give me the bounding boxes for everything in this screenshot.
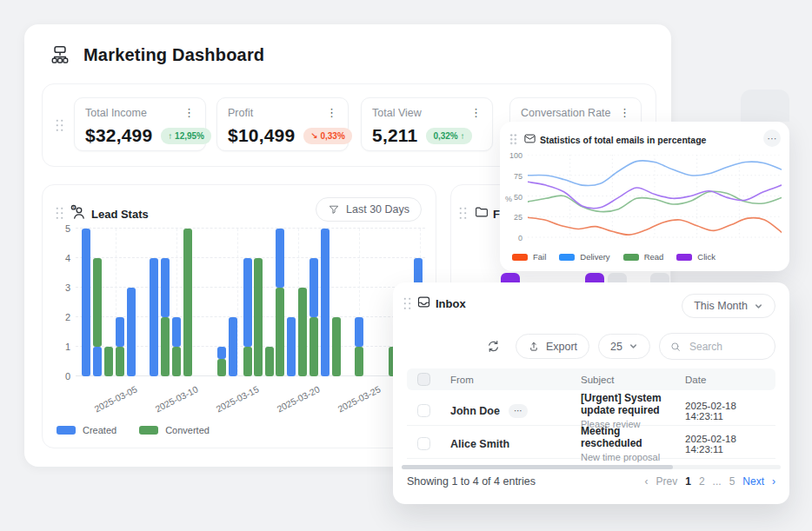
upload-icon [528, 341, 540, 353]
email-y-unit: % [505, 195, 512, 203]
email-legend: FailDeliveryReadClick [512, 252, 715, 262]
legend-item: Click [676, 252, 715, 262]
lead-bar-segment [254, 258, 263, 376]
stat-value: $32,499 [85, 125, 152, 146]
pagination-item[interactable]: Next [742, 475, 764, 488]
lead-bar-segment [276, 288, 284, 376]
email-date: 2025-02-18 14:23:11 [680, 401, 775, 421]
email-stats-card: Statistics of total emails in percentage… [500, 122, 789, 271]
drag-handle[interactable] [55, 118, 64, 132]
inbox-card: Inbox This Month Export 25 [393, 282, 789, 504]
lead-bar-segment [355, 347, 363, 376]
lead-user-icon: $ [70, 203, 88, 222]
stat-label: Conversation Rate [521, 107, 611, 119]
lead-bar-segment [217, 359, 226, 376]
pagination: ‹Prev12...5Next› [645, 475, 775, 488]
chevron-down-icon [629, 342, 638, 351]
stat-value: 5,211 [372, 125, 417, 146]
lead-bar-segment [355, 317, 363, 347]
lead-bar-segment [332, 317, 341, 376]
table-row[interactable]: Alice Smith Meeting rescheduled New time… [407, 425, 775, 459]
sitemap-icon [49, 43, 71, 66]
page-size-value: 25 [610, 341, 622, 353]
pagination-item[interactable]: 2 [699, 475, 705, 488]
lead-bar-segment [172, 347, 181, 376]
lead-bar-segment [243, 347, 252, 376]
legend-item: Delivery [559, 252, 609, 262]
lead-bar-segment [229, 317, 237, 376]
lead-y-axis: 012345 [48, 229, 70, 376]
export-label: Export [546, 341, 577, 353]
scrollbar-thumb[interactable] [402, 465, 673, 469]
pagination-item[interactable]: › [772, 475, 775, 488]
more-menu-button[interactable]: ⋯ [763, 129, 781, 147]
lead-bar-segment [93, 347, 102, 376]
row-checkbox[interactable] [417, 437, 430, 450]
lead-bar-segment [321, 229, 329, 376]
page-title: Marketing Dashboard [83, 45, 264, 65]
legend-item: Fail [512, 252, 546, 262]
background-card [741, 90, 789, 122]
drag-handle[interactable] [55, 206, 64, 220]
email-line-chart [528, 155, 782, 238]
search-input[interactable] [688, 340, 764, 354]
lead-stats-title: Lead Stats [91, 208, 149, 221]
drag-handle[interactable] [403, 296, 412, 310]
table-row[interactable]: John Doe ⋯ [Urgent] System update requir… [407, 392, 775, 426]
kebab-menu-icon[interactable]: ⋮ [619, 109, 630, 117]
stat-label: Profit [228, 107, 253, 119]
inbox-title: Inbox [436, 297, 466, 310]
pagination-item[interactable]: Prev [656, 475, 678, 488]
lead-legend: CreatedConverted [57, 425, 210, 435]
select-all-checkbox[interactable] [417, 373, 430, 386]
column-date: Date [680, 375, 775, 385]
lead-bar-segment [183, 229, 192, 376]
stat-card-total-view: Total View⋮ 5,2110,32% ↑ [361, 97, 493, 151]
lead-bar-segment [265, 347, 274, 376]
lead-bar-segment [127, 288, 136, 376]
inbox-toolbar: Export 25 [481, 333, 775, 360]
stat-card-total-income: Total Income⋮ $32,499↑ 12,95% [74, 97, 206, 151]
page-size-select[interactable]: 25 [598, 334, 650, 359]
drag-handle[interactable] [458, 206, 468, 220]
legend-item: Converted [139, 425, 210, 435]
kebab-menu-icon[interactable]: ⋮ [470, 109, 482, 117]
column-subject: Subject [576, 375, 680, 385]
kebab-menu-icon[interactable]: ⋮ [183, 109, 195, 117]
folder-icon [474, 204, 489, 220]
search-icon [669, 341, 682, 353]
date-filter-button[interactable]: Last 30 Days [316, 197, 422, 222]
lead-bar-segment [104, 347, 113, 376]
refresh-button[interactable] [481, 334, 507, 360]
trend-badge: 0,32% ↑ [426, 128, 471, 144]
export-button[interactable]: Export [516, 334, 589, 359]
lead-stats-card: $ Lead Stats Last 30 Days 012345 2025-03… [42, 184, 436, 448]
kebab-menu-icon[interactable]: ⋮ [326, 109, 337, 117]
pagination-item[interactable]: 1 [685, 475, 691, 488]
lead-stats-plot [76, 229, 425, 376]
lead-bar-segment [217, 347, 226, 359]
inbox-icon [416, 295, 431, 309]
email-subject: Meeting rescheduled [581, 425, 680, 449]
dashboard-header: Marketing Dashboard [49, 43, 264, 66]
pagination-item[interactable]: 5 [729, 475, 735, 488]
horizontal-scrollbar [402, 465, 781, 469]
pagination-item[interactable]: ‹ [645, 475, 649, 488]
lead-bar-segment [243, 258, 252, 347]
sender-name: Alice Smith [450, 438, 509, 450]
legend-item: Read [623, 252, 664, 262]
row-checkbox[interactable] [417, 404, 430, 417]
envelope-icon [523, 132, 536, 145]
drag-handle[interactable] [509, 133, 517, 145]
row-menu-button[interactable]: ⋯ [509, 404, 528, 418]
email-date: 2025-02-18 14:23:11 [680, 434, 775, 455]
email-subject: [Urgent] System update required [581, 392, 680, 416]
stat-card-profit: Profit⋮ $10,499↘ 0,33% [216, 97, 349, 151]
lead-x-axis: 2025-03-052025-03-102025-03-152025-03-20… [76, 382, 425, 416]
pagination-item[interactable]: ... [713, 475, 722, 488]
lead-bar-segment [276, 229, 284, 288]
lead-bar-segment [298, 288, 307, 376]
period-select[interactable]: This Month [682, 294, 775, 318]
stat-label: Total Income [85, 107, 147, 119]
table-header: From Subject Date [407, 368, 775, 390]
